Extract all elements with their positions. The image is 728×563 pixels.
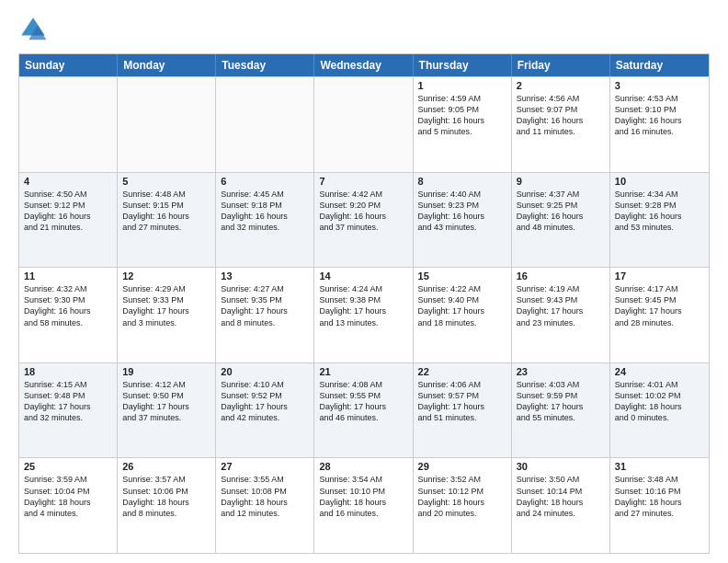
day-info: Sunrise: 4:17 AM Sunset: 9:45 PM Dayligh… bbox=[615, 283, 704, 328]
day-number: 4 bbox=[24, 176, 112, 187]
day-info: Sunrise: 3:57 AM Sunset: 10:06 PM Daylig… bbox=[122, 474, 210, 519]
day-number: 14 bbox=[319, 270, 407, 282]
weekday-header-saturday: Saturday bbox=[610, 54, 709, 76]
day-number: 18 bbox=[24, 366, 112, 377]
day-number: 17 bbox=[615, 270, 704, 282]
day-number: 21 bbox=[319, 366, 407, 377]
calendar-row-2: 4Sunrise: 4:50 AM Sunset: 9:12 PM Daylig… bbox=[19, 172, 709, 268]
day-info: Sunrise: 4:56 AM Sunset: 9:07 PM Dayligh… bbox=[517, 93, 605, 138]
day-info: Sunrise: 4:06 AM Sunset: 9:57 PM Dayligh… bbox=[418, 379, 506, 424]
calendar-cell-5-2: 26Sunrise: 3:57 AM Sunset: 10:06 PM Dayl… bbox=[118, 458, 216, 553]
calendar-cell-4-1: 18Sunrise: 4:15 AM Sunset: 9:48 PM Dayli… bbox=[19, 363, 118, 458]
day-number: 16 bbox=[517, 270, 605, 282]
day-number: 6 bbox=[221, 176, 309, 187]
day-info: Sunrise: 3:50 AM Sunset: 10:14 PM Daylig… bbox=[517, 474, 605, 519]
logo bbox=[18, 15, 51, 44]
calendar-cell-3-3: 13Sunrise: 4:27 AM Sunset: 9:35 PM Dayli… bbox=[216, 268, 314, 362]
day-info: Sunrise: 4:40 AM Sunset: 9:23 PM Dayligh… bbox=[418, 189, 506, 234]
day-info: Sunrise: 3:55 AM Sunset: 10:08 PM Daylig… bbox=[221, 474, 309, 519]
calendar-cell-2-3: 6Sunrise: 4:45 AM Sunset: 9:18 PM Daylig… bbox=[216, 173, 314, 268]
calendar-cell-4-7: 24Sunrise: 4:01 AM Sunset: 10:02 PM Dayl… bbox=[610, 363, 709, 458]
day-number: 1 bbox=[418, 80, 506, 91]
calendar-cell-2-2: 5Sunrise: 4:48 AM Sunset: 9:15 PM Daylig… bbox=[118, 173, 216, 268]
day-info: Sunrise: 4:27 AM Sunset: 9:35 PM Dayligh… bbox=[221, 283, 309, 328]
calendar-cell-3-1: 11Sunrise: 4:32 AM Sunset: 9:30 PM Dayli… bbox=[19, 268, 118, 362]
weekday-header-monday: Monday bbox=[118, 54, 216, 76]
day-number: 24 bbox=[615, 366, 704, 377]
calendar-cell-4-6: 23Sunrise: 4:03 AM Sunset: 9:59 PM Dayli… bbox=[512, 363, 610, 458]
day-number: 15 bbox=[418, 270, 506, 282]
day-number: 2 bbox=[517, 80, 605, 91]
calendar-cell-5-6: 30Sunrise: 3:50 AM Sunset: 10:14 PM Dayl… bbox=[512, 458, 610, 553]
calendar-cell-1-6: 2Sunrise: 4:56 AM Sunset: 9:07 PM Daylig… bbox=[512, 77, 610, 172]
calendar-cell-5-3: 27Sunrise: 3:55 AM Sunset: 10:08 PM Dayl… bbox=[216, 458, 314, 553]
calendar-cell-5-5: 29Sunrise: 3:52 AM Sunset: 10:12 PM Dayl… bbox=[414, 458, 512, 553]
day-info: Sunrise: 4:22 AM Sunset: 9:40 PM Dayligh… bbox=[418, 283, 506, 328]
day-number: 9 bbox=[517, 176, 605, 187]
calendar-cell-5-4: 28Sunrise: 3:54 AM Sunset: 10:10 PM Dayl… bbox=[314, 458, 413, 553]
day-number: 26 bbox=[122, 461, 210, 472]
day-info: Sunrise: 3:48 AM Sunset: 10:16 PM Daylig… bbox=[615, 474, 704, 519]
day-info: Sunrise: 4:34 AM Sunset: 9:28 PM Dayligh… bbox=[615, 189, 704, 234]
calendar-cell-1-2 bbox=[118, 77, 216, 172]
calendar: SundayMondayTuesdayWednesdayThursdayFrid… bbox=[18, 53, 710, 554]
calendar-cell-2-1: 4Sunrise: 4:50 AM Sunset: 9:12 PM Daylig… bbox=[19, 173, 118, 268]
calendar-cell-1-7: 3Sunrise: 4:53 AM Sunset: 9:10 PM Daylig… bbox=[610, 77, 709, 172]
day-info: Sunrise: 4:42 AM Sunset: 9:20 PM Dayligh… bbox=[319, 189, 407, 234]
calendar-cell-5-7: 31Sunrise: 3:48 AM Sunset: 10:16 PM Dayl… bbox=[610, 458, 709, 553]
day-info: Sunrise: 3:54 AM Sunset: 10:10 PM Daylig… bbox=[319, 474, 407, 519]
calendar-cell-3-7: 17Sunrise: 4:17 AM Sunset: 9:45 PM Dayli… bbox=[610, 268, 709, 362]
day-info: Sunrise: 4:10 AM Sunset: 9:52 PM Dayligh… bbox=[221, 379, 309, 424]
logo-icon bbox=[18, 15, 48, 44]
day-number: 29 bbox=[418, 461, 506, 472]
calendar-cell-3-5: 15Sunrise: 4:22 AM Sunset: 9:40 PM Dayli… bbox=[414, 268, 512, 362]
day-info: Sunrise: 4:59 AM Sunset: 9:05 PM Dayligh… bbox=[418, 93, 506, 138]
calendar-row-1: 1Sunrise: 4:59 AM Sunset: 9:05 PM Daylig… bbox=[19, 76, 709, 172]
calendar-row-5: 25Sunrise: 3:59 AM Sunset: 10:04 PM Dayl… bbox=[19, 457, 709, 553]
day-number: 20 bbox=[221, 366, 309, 377]
day-info: Sunrise: 4:53 AM Sunset: 9:10 PM Dayligh… bbox=[615, 93, 704, 138]
calendar-cell-4-5: 22Sunrise: 4:06 AM Sunset: 9:57 PM Dayli… bbox=[414, 363, 512, 458]
day-number: 10 bbox=[615, 176, 704, 187]
day-info: Sunrise: 4:08 AM Sunset: 9:55 PM Dayligh… bbox=[319, 379, 407, 424]
day-number: 31 bbox=[615, 461, 704, 472]
day-info: Sunrise: 4:15 AM Sunset: 9:48 PM Dayligh… bbox=[24, 379, 112, 424]
weekday-header-wednesday: Wednesday bbox=[314, 54, 413, 76]
calendar-cell-1-5: 1Sunrise: 4:59 AM Sunset: 9:05 PM Daylig… bbox=[414, 77, 512, 172]
day-number: 30 bbox=[517, 461, 605, 472]
day-number: 22 bbox=[418, 366, 506, 377]
day-info: Sunrise: 4:32 AM Sunset: 9:30 PM Dayligh… bbox=[24, 283, 112, 328]
calendar-cell-1-1 bbox=[19, 77, 118, 172]
day-number: 27 bbox=[221, 461, 309, 472]
day-number: 19 bbox=[122, 366, 210, 377]
calendar-cell-4-2: 19Sunrise: 4:12 AM Sunset: 9:50 PM Dayli… bbox=[118, 363, 216, 458]
header bbox=[18, 15, 710, 44]
calendar-cell-2-4: 7Sunrise: 4:42 AM Sunset: 9:20 PM Daylig… bbox=[314, 173, 413, 268]
day-number: 3 bbox=[615, 80, 704, 91]
day-info: Sunrise: 4:12 AM Sunset: 9:50 PM Dayligh… bbox=[122, 379, 210, 424]
day-number: 8 bbox=[418, 176, 506, 187]
calendar-cell-3-2: 12Sunrise: 4:29 AM Sunset: 9:33 PM Dayli… bbox=[118, 268, 216, 362]
day-number: 7 bbox=[319, 176, 407, 187]
day-info: Sunrise: 3:52 AM Sunset: 10:12 PM Daylig… bbox=[418, 474, 506, 519]
calendar-header: SundayMondayTuesdayWednesdayThursdayFrid… bbox=[19, 54, 709, 76]
weekday-header-thursday: Thursday bbox=[414, 54, 512, 76]
day-number: 25 bbox=[24, 461, 112, 472]
day-number: 11 bbox=[24, 270, 112, 282]
day-number: 5 bbox=[122, 176, 210, 187]
calendar-cell-4-3: 20Sunrise: 4:10 AM Sunset: 9:52 PM Dayli… bbox=[216, 363, 314, 458]
page: SundayMondayTuesdayWednesdayThursdayFrid… bbox=[0, 0, 728, 563]
calendar-cell-2-7: 10Sunrise: 4:34 AM Sunset: 9:28 PM Dayli… bbox=[610, 173, 709, 268]
day-number: 12 bbox=[122, 270, 210, 282]
weekday-header-friday: Friday bbox=[512, 54, 610, 76]
calendar-body: 1Sunrise: 4:59 AM Sunset: 9:05 PM Daylig… bbox=[19, 76, 709, 553]
calendar-cell-3-4: 14Sunrise: 4:24 AM Sunset: 9:38 PM Dayli… bbox=[314, 268, 413, 362]
weekday-header-tuesday: Tuesday bbox=[216, 54, 314, 76]
day-info: Sunrise: 4:37 AM Sunset: 9:25 PM Dayligh… bbox=[517, 189, 605, 234]
calendar-cell-2-5: 8Sunrise: 4:40 AM Sunset: 9:23 PM Daylig… bbox=[414, 173, 512, 268]
day-info: Sunrise: 4:48 AM Sunset: 9:15 PM Dayligh… bbox=[122, 189, 210, 234]
day-info: Sunrise: 3:59 AM Sunset: 10:04 PM Daylig… bbox=[24, 474, 112, 519]
calendar-cell-1-4 bbox=[314, 77, 413, 172]
weekday-header-sunday: Sunday bbox=[19, 54, 118, 76]
calendar-cell-4-4: 21Sunrise: 4:08 AM Sunset: 9:55 PM Dayli… bbox=[314, 363, 413, 458]
